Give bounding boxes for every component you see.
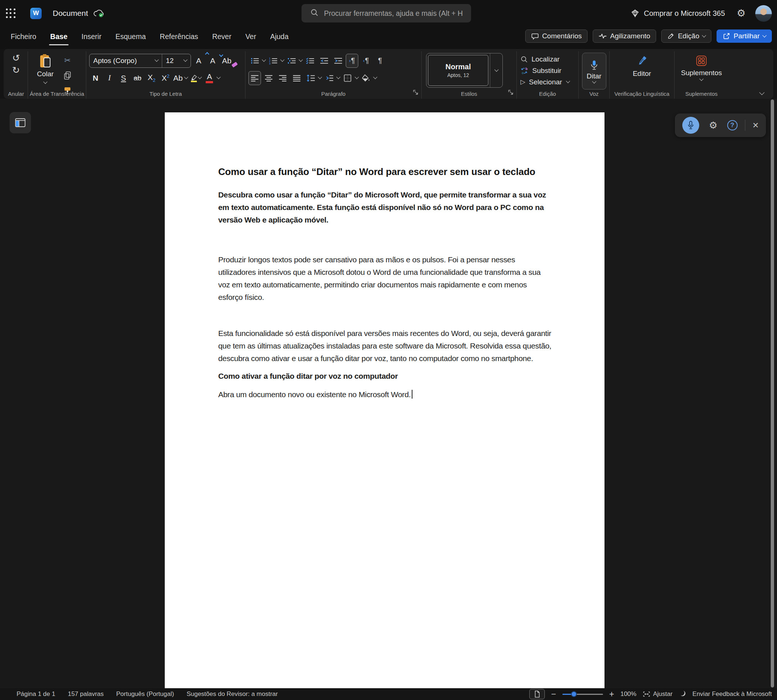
decrease-indent-icon [320,57,328,65]
fit-page-button[interactable]: Ajustar [643,690,673,698]
settings-gear-icon[interactable]: ⚙ [737,8,746,18]
status-word-count[interactable]: 157 palavras [68,690,104,698]
dictation-help-button[interactable]: ? [727,120,738,130]
moon-icon [679,690,686,697]
document-page[interactable]: Como usar a função “Ditar” no Word para … [165,112,605,688]
underline-button[interactable]: S [117,71,130,85]
rtl-paragraph-button[interactable]: ‹¶ [360,54,372,68]
font-size-select[interactable]: 12 [162,54,190,67]
dictation-settings-gear-icon[interactable]: ⚙ [709,120,717,130]
vertical-scrollbar[interactable] [771,100,774,687]
cut-button[interactable]: ✂ [61,53,74,67]
font-color-dropdown[interactable] [217,75,221,79]
subscript-button[interactable]: X2 [145,71,158,85]
word-logo-icon[interactable]: W [30,8,42,19]
grow-font-button[interactable]: A [192,54,205,68]
superscript-button[interactable]: X2 [159,71,172,85]
borders-dropdown[interactable] [354,75,359,79]
highlight-color-button[interactable] [189,71,202,85]
paragraph-spacing-dropdown[interactable] [336,75,340,79]
dictation-close-button[interactable]: × [753,120,759,130]
zoom-slider[interactable] [563,694,603,695]
shading-dropdown[interactable] [373,75,377,79]
comments-button[interactable]: Comentários [525,30,588,43]
svg-text:b: b [526,67,528,71]
bold-button[interactable]: N [89,71,102,85]
justify-button[interactable] [291,71,303,85]
replace-button[interactable]: b c Substituir [518,65,577,76]
multilevel-list-button[interactable] [285,54,298,68]
dark-mode-toggle[interactable] [679,690,686,699]
numbered-list-dropdown[interactable] [280,57,284,62]
dictate-button[interactable]: Ditar [582,53,607,90]
addins-button[interactable]: Suplementos [681,52,722,80]
agility-button[interactable]: Agilizamento [593,30,656,43]
tab-ficheiro[interactable]: Ficheiro [4,30,43,43]
copy-icon [63,71,72,80]
buy-microsoft-365-button[interactable]: Comprar o Microsoft 365 [631,9,725,18]
saved-to-cloud-icon[interactable] [93,9,104,18]
page-view-toggle[interactable] [529,689,545,699]
checklist-button[interactable] [304,54,316,68]
search-bar[interactable]: Procurar ferramentas, ajuda e mais (Alt … [301,4,471,22]
borders-button[interactable] [341,71,354,85]
increase-indent-button[interactable] [332,54,344,68]
select-button[interactable]: ▷ Selecionar [518,76,577,88]
microphone-icon [589,60,599,71]
redo-button[interactable]: ↻ [12,66,20,75]
undo-button[interactable]: ↺ [12,53,20,63]
line-spacing-dropdown[interactable] [318,75,322,79]
send-feedback-button[interactable]: Enviar Feedback à Microsoft [693,690,772,698]
editor-button[interactable]: Editor [633,52,651,78]
bullet-list-dropdown[interactable] [262,57,266,62]
show-paragraph-marks-button[interactable]: ¶ [374,54,386,68]
align-right-button[interactable] [276,71,289,85]
status-page-count[interactable]: Página 1 de 1 [17,690,55,698]
copy-button[interactable] [61,68,74,83]
tab-ver[interactable]: Ver [239,30,263,43]
tab-ajuda[interactable]: Ajuda [263,30,296,43]
tab-rever[interactable]: Rever [205,30,239,43]
status-language[interactable]: Português (Portugal) [116,690,174,698]
zoom-in-button[interactable]: + [609,690,614,698]
app-launcher-icon[interactable] [6,8,15,18]
editor-pen-icon [635,55,648,67]
styles-dialog-launcher[interactable] [508,90,513,97]
tab-referencias[interactable]: Referências [153,30,205,43]
find-button[interactable]: Localizar [518,53,577,65]
font-name-select[interactable]: Aptos (Corpo) [90,54,162,67]
line-spacing-button[interactable] [304,71,317,85]
navigation-pane-toggle[interactable] [10,112,31,133]
share-button[interactable]: Partilhar [717,30,772,43]
bullet-list-button[interactable] [249,54,261,68]
editing-mode-button[interactable]: Edição [661,30,712,43]
clear-formatting-button[interactable]: Ab [221,54,233,68]
text-effects-button[interactable]: Ab [173,71,188,85]
zoom-level[interactable]: 100% [620,690,636,698]
align-left-button[interactable] [249,71,261,85]
tab-base[interactable]: Base [43,30,74,43]
tab-esquema[interactable]: Esquema [109,30,153,43]
strikethrough-button[interactable]: ab [131,71,144,85]
style-gallery-dropdown[interactable] [490,53,502,87]
shrink-font-button[interactable]: A [206,54,219,68]
paragraph-dialog-launcher[interactable] [413,90,418,97]
paragraph-spacing-button[interactable] [323,71,336,85]
account-avatar[interactable] [755,5,772,22]
align-center-button[interactable] [262,71,275,85]
style-gallery[interactable]: Normal Aptos, 12 [426,53,503,88]
multilevel-list-dropdown[interactable] [299,57,302,62]
italic-button[interactable]: I [103,71,116,85]
status-revisor-suggestions[interactable]: Sugestões do Revisor: a mostrar [187,690,278,698]
shading-button[interactable] [360,71,372,85]
tab-inserir[interactable]: Inserir [74,30,109,43]
collapse-ribbon-button[interactable] [760,89,764,96]
dictate-mic-button[interactable] [682,117,699,134]
zoom-slider-thumb[interactable] [571,691,577,697]
ltr-paragraph-button[interactable]: ›¶ [346,54,358,68]
decrease-indent-button[interactable] [318,54,330,68]
numbered-list-button[interactable]: 1 2 3 [267,54,279,68]
font-color-button[interactable]: A [203,71,216,85]
zoom-out-button[interactable]: − [551,690,556,698]
document-title[interactable]: Document [53,9,88,18]
